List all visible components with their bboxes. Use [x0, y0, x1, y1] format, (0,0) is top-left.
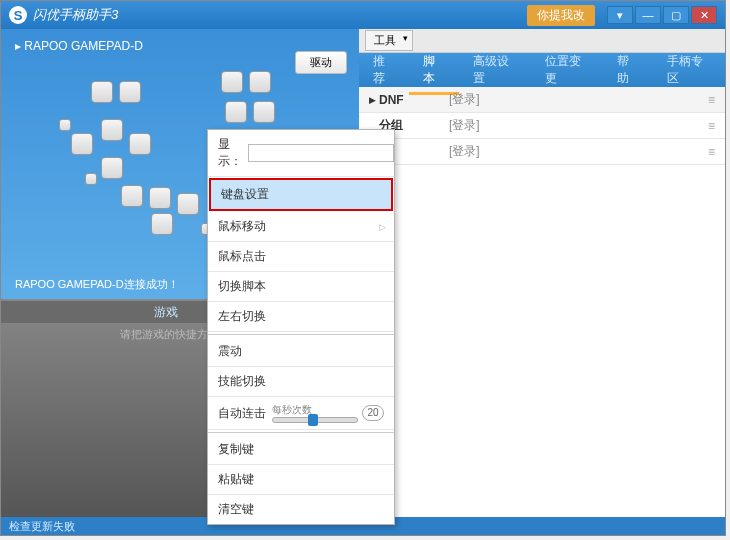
right-panel: 工具 推荐 脚本 高级设置 位置变更 帮助 手柄专区 ▶ DNF [登录] ≡ [359, 29, 725, 519]
feedback-button[interactable]: 你提我改 [527, 5, 595, 26]
script-list: ▶ DNF [登录] ≡ 分组 [登录] ≡ 97 [登录] ≡ [359, 87, 725, 165]
menu-lr-switch[interactable]: 左右切换 [208, 302, 394, 332]
tools-dropdown[interactable]: 工具 [365, 30, 413, 51]
pad-key[interactable] [101, 157, 123, 179]
show-input[interactable] [248, 144, 394, 162]
slider-thumb[interactable] [308, 414, 318, 426]
close-button[interactable]: ✕ [691, 6, 717, 24]
menu-clear-key[interactable]: 清空键 [208, 495, 394, 524]
list-row[interactable]: 97 [登录] ≡ [359, 139, 725, 165]
pad-mini-key[interactable] [85, 173, 97, 185]
pad-key[interactable] [121, 185, 143, 207]
pad-key[interactable] [249, 71, 271, 93]
nav-gamepad-zone[interactable]: 手柄专区 [653, 53, 725, 87]
separator [208, 432, 394, 433]
row-menu-icon[interactable]: ≡ [708, 145, 715, 159]
slider-value: 20 [362, 405, 384, 421]
expand-icon[interactable]: ▶ [369, 95, 379, 105]
pad-key[interactable] [253, 101, 275, 123]
menu-copy-key[interactable]: 复制键 [208, 435, 394, 465]
menu-auto-turbo[interactable]: 自动连击 每秒次数 20 [208, 397, 394, 430]
show-row: 显示： [208, 130, 394, 177]
auto-turbo-label: 自动连击 [218, 405, 268, 422]
row-tag: [登录] [449, 117, 480, 134]
nav-help[interactable]: 帮助 [603, 53, 653, 87]
skin-button[interactable]: ▾ [607, 6, 633, 24]
minimize-button[interactable]: — [635, 6, 661, 24]
row-menu-icon[interactable]: ≡ [708, 119, 715, 133]
menu-skill-switch[interactable]: 技能切换 [208, 367, 394, 397]
show-label: 显示： [218, 136, 242, 170]
pad-key[interactable] [221, 71, 243, 93]
pad-key[interactable] [151, 213, 173, 235]
pad-key[interactable] [101, 119, 123, 141]
connection-status: RAPOO GAMEPAD-D连接成功！ [15, 277, 179, 292]
context-menu: 显示： 键盘设置 鼠标移动▷ 鼠标点击 切换脚本 左右切换 震动 技能切换 自动… [207, 129, 395, 525]
menu-paste-key[interactable]: 粘贴键 [208, 465, 394, 495]
menu-vibrate[interactable]: 震动 [208, 337, 394, 367]
pad-mini-key[interactable] [59, 119, 71, 131]
submenu-arrow-icon: ▷ [379, 222, 386, 232]
menu-mouse-click[interactable]: 鼠标点击 [208, 242, 394, 272]
pad-key[interactable] [129, 133, 151, 155]
pad-key[interactable] [177, 193, 199, 215]
pad-key[interactable] [91, 81, 113, 103]
turbo-slider[interactable] [272, 417, 358, 423]
list-row[interactable]: 分组 [登录] ≡ [359, 113, 725, 139]
row-tag: [登录] [449, 91, 480, 108]
nav-script[interactable]: 脚本 [409, 45, 459, 95]
pad-key[interactable] [71, 133, 93, 155]
separator [208, 334, 394, 335]
app-title: 闪优手柄助手3 [33, 6, 527, 24]
pad-key[interactable] [149, 187, 171, 209]
pad-key[interactable] [225, 101, 247, 123]
nav-advanced[interactable]: 高级设置 [459, 53, 531, 87]
menu-mouse-move[interactable]: 鼠标移动▷ [208, 212, 394, 242]
nav-recommend[interactable]: 推荐 [359, 53, 409, 87]
title-bar: S 闪优手柄助手3 你提我改 ▾ — ▢ ✕ [1, 1, 725, 29]
row-name: DNF [379, 93, 449, 107]
row-menu-icon[interactable]: ≡ [708, 93, 715, 107]
app-icon: S [9, 6, 27, 24]
pad-key[interactable] [119, 81, 141, 103]
menu-switch-script[interactable]: 切换脚本 [208, 272, 394, 302]
menu-keyboard-settings[interactable]: 键盘设置 [209, 178, 393, 211]
nav-tabs: 推荐 脚本 高级设置 位置变更 帮助 手柄专区 [359, 53, 725, 87]
maximize-button[interactable]: ▢ [663, 6, 689, 24]
nav-position[interactable]: 位置变更 [531, 53, 603, 87]
row-tag: [登录] [449, 143, 480, 160]
